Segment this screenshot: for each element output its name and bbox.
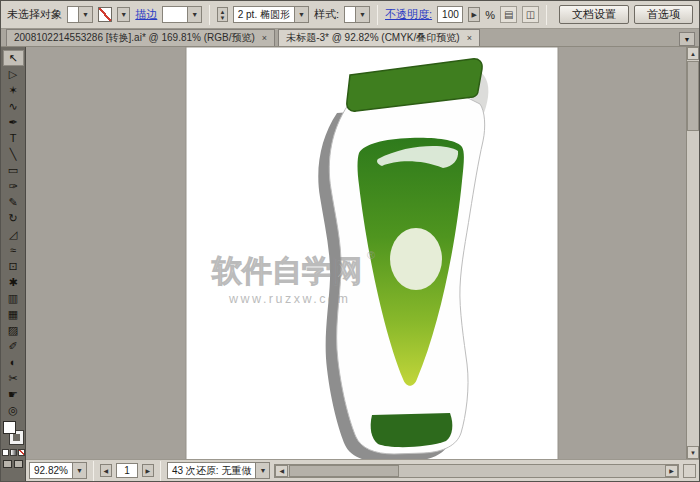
horizontal-scrollbar-thumb[interactable]	[289, 465, 399, 477]
scrollbar-corner	[683, 464, 696, 478]
divider	[93, 461, 94, 481]
color-button[interactable]	[2, 449, 9, 456]
none-button[interactable]	[18, 449, 25, 456]
paintbrush-tool[interactable]: ✑	[3, 178, 24, 194]
opacity-input[interactable]: 100	[437, 6, 463, 23]
warp-tool[interactable]: ≈	[3, 242, 24, 258]
pen-tool[interactable]: ✒	[3, 114, 24, 130]
opacity-spinner-icon[interactable]: ▶	[468, 7, 480, 22]
tab-overflow-button[interactable]: ▼	[679, 32, 695, 46]
style-label: 样式:	[314, 7, 339, 22]
page-number-field[interactable]: 1	[116, 463, 138, 478]
style-dropdown[interactable]: ▼	[344, 6, 370, 23]
direct-selection-tool[interactable]: ▷	[3, 66, 24, 82]
shaver-base	[371, 413, 453, 447]
chevron-down-icon: ▼	[294, 7, 308, 22]
preferences-button[interactable]: 首选项	[634, 5, 693, 24]
vertical-scrollbar-thumb[interactable]	[687, 61, 699, 131]
watermark-url: www.ruzxw.com	[228, 292, 350, 306]
gradient-button[interactable]	[10, 449, 17, 456]
fill-color-swatch[interactable]	[3, 421, 16, 434]
document-tab-bar: 2008102214553286 [转换].ai* @ 169.81% (RGB…	[1, 29, 699, 47]
horizontal-scrollbar[interactable]: ◀ ▶	[274, 464, 679, 478]
brush-definition-dropdown[interactable]: 2 pt. 椭圆形 ▼	[233, 6, 309, 23]
line-segment-tool[interactable]: ╲	[3, 146, 24, 162]
selection-status-label: 未选择对象	[7, 7, 62, 22]
chevron-down-icon: ▼	[255, 463, 269, 478]
type-tool[interactable]: T	[3, 130, 24, 146]
control-bar: 未选择对象 ▼ ▼ 描边 ▼ ▲▼ 2 pt. 椭圆形 ▼ 样式: ▼ 不透明度…	[1, 1, 699, 29]
tab-document-2-label: 未标题-3* @ 92.82% (CMYK/叠印预览)	[286, 31, 460, 45]
previous-page-button[interactable]: ◀	[100, 464, 112, 477]
opacity-panel-link[interactable]: 不透明度:	[385, 7, 432, 22]
lasso-tool[interactable]: ∿	[3, 98, 24, 114]
stroke-weight-dropdown[interactable]: ▼	[162, 6, 202, 23]
divider	[209, 5, 210, 25]
eyedropper-tool[interactable]: ✐	[3, 338, 24, 354]
rectangle-tool[interactable]: ▭	[3, 162, 24, 178]
document-icon[interactable]: ◫	[522, 6, 539, 23]
scroll-right-arrow[interactable]: ▶	[665, 465, 678, 477]
brush-spinner[interactable]: ▲▼	[217, 7, 227, 22]
mesh-tool[interactable]: ▦	[3, 306, 24, 322]
stroke-panel-link[interactable]: 描边	[135, 7, 157, 22]
graph-tool[interactable]: ▥	[3, 290, 24, 306]
canvas[interactable]: 软件自学网 ® www.ruzxw.com	[26, 47, 686, 459]
zoom-tool[interactable]: ◎	[3, 402, 24, 418]
fill-color-dropdown[interactable]: ▼	[67, 6, 93, 23]
chevron-down-icon: ▼	[187, 7, 201, 22]
divider	[160, 461, 161, 481]
illustrator-window: 未选择对象 ▼ ▼ 描边 ▼ ▲▼ 2 pt. 椭圆形 ▼ 样式: ▼ 不透明度…	[0, 0, 700, 482]
magic-wand-tool[interactable]: ✶	[3, 82, 24, 98]
chevron-down-icon: ▼	[72, 463, 86, 478]
stroke-none-swatch[interactable]	[98, 7, 112, 22]
scroll-down-arrow[interactable]: ▼	[687, 446, 699, 459]
watermark-title: 软件自学网	[211, 254, 362, 287]
registered-icon: ®	[367, 249, 375, 261]
opacity-unit-label: %	[485, 9, 495, 21]
chevron-down-icon: ▼	[78, 7, 92, 22]
rotate-tool[interactable]: ↻	[3, 210, 24, 226]
tab-document-1[interactable]: 2008102214553286 [转换].ai* @ 169.81% (RGB…	[6, 29, 275, 46]
next-page-button[interactable]: ▶	[142, 464, 154, 477]
gradient-tool[interactable]: ▨	[3, 322, 24, 338]
blend-tool[interactable]: ◐	[3, 354, 24, 370]
tab-document-1-label: 2008102214553286 [转换].ai* @ 169.81% (RGB…	[14, 31, 255, 45]
screen-mode-icon[interactable]	[14, 460, 23, 468]
free-transform-tool[interactable]: ⊡	[3, 258, 24, 274]
close-icon[interactable]: ×	[467, 33, 472, 43]
status-bar: 92.82% ▼ ◀ 1 ▶ 43 次还原: 无重做 ▼ ◀ ▶	[26, 459, 699, 481]
toolbox: ↖ ▷ ✶ ∿ ✒ T ╲ ▭ ✑ ✎ ↻ ◿ ≈ ⊡ ✱ ▥ ▦ ▨ ✐ ◐ …	[1, 47, 26, 481]
chevron-down-icon: ▼	[355, 7, 369, 22]
close-icon[interactable]: ×	[262, 33, 267, 43]
divider	[377, 5, 378, 25]
scale-tool[interactable]: ◿	[3, 226, 24, 242]
hand-tool[interactable]: ☛	[3, 386, 24, 402]
status-history-text: 43 次还原: 无重做	[168, 464, 255, 478]
screen-mode-icon[interactable]	[3, 460, 12, 468]
symbol-sprayer-tool[interactable]: ✱	[3, 274, 24, 290]
tab-document-2[interactable]: 未标题-3* @ 92.82% (CMYK/叠印预览) ×	[278, 29, 480, 46]
pencil-tool[interactable]: ✎	[3, 194, 24, 210]
brush-definition-value: 2 pt. 椭圆形	[234, 8, 294, 22]
scroll-left-arrow[interactable]: ◀	[275, 465, 288, 477]
zoom-level-value: 92.82%	[30, 465, 72, 476]
chart-icon[interactable]: ▤	[500, 6, 517, 23]
vertical-scrollbar[interactable]: ▲ ▼	[686, 47, 699, 459]
document-setup-button[interactable]: 文档设置	[559, 5, 629, 24]
shield-oval-button	[390, 228, 442, 290]
scroll-up-arrow[interactable]: ▲	[687, 47, 699, 60]
zoom-level-dropdown[interactable]: 92.82% ▼	[29, 462, 87, 479]
color-swatches	[1, 420, 26, 447]
color-mode-buttons	[2, 449, 25, 456]
status-display-dropdown[interactable]: 43 次还原: 无重做 ▼	[167, 462, 270, 479]
selection-tool[interactable]: ↖	[3, 50, 24, 66]
divider	[546, 5, 547, 25]
screen-mode-buttons	[3, 460, 23, 468]
canvas-artwork-svg: 软件自学网 ® www.ruzxw.com	[26, 47, 686, 459]
slice-tool[interactable]: ✂	[3, 370, 24, 386]
chevron-down-icon[interactable]: ▼	[117, 7, 130, 22]
